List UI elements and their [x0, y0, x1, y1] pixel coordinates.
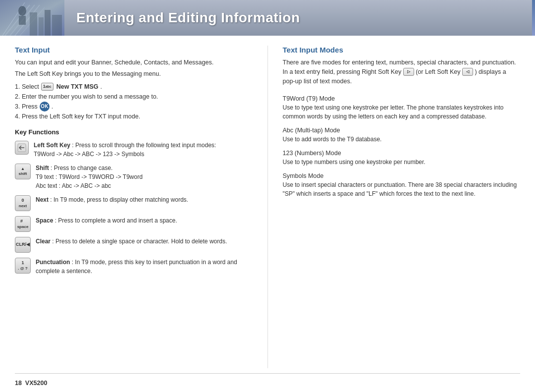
step-2: 2. Enter the number you wish to send a m…	[15, 92, 253, 102]
numbers-mode: 123 (Numbers) Mode Use to type numbers u…	[283, 150, 521, 167]
page-number: 18 VX5200	[15, 380, 47, 387]
key-func-clear-text: Clear : Press to delete a single space o…	[36, 237, 227, 246]
svg-rect-9	[52, 15, 62, 36]
left-section-title: Text Input	[15, 46, 253, 54]
svg-rect-6	[30, 12, 37, 36]
ok-icon: OK	[40, 102, 50, 112]
left-soft-key-ref: ◁	[462, 68, 473, 76]
intro-text-1: You can input and edit your Banner, Sche…	[15, 58, 253, 67]
key-func-shift: ▲shift Shift : Press to change case. T9 …	[15, 164, 253, 190]
next-key-label: Next	[36, 196, 49, 203]
intro-text-2: The Left Soft Key brings you to the Mess…	[15, 69, 253, 79]
left-soft-key-label: Left Soft Key	[34, 142, 70, 149]
t9word-title: T9Word (T9) Mode	[283, 95, 521, 102]
svg-rect-8	[45, 10, 51, 36]
abc-title: Abc (Multi-tap) Mode	[283, 127, 521, 134]
step-3-label: 3. Press	[15, 102, 38, 112]
page-footer: 18 VX5200	[0, 374, 535, 392]
shift-key-icon: ▲shift	[15, 164, 31, 179]
symbols-title: Symbols Mode	[283, 172, 521, 179]
punct-key-label: Punctuation	[36, 259, 70, 266]
t9word-desc: Use to type text using one keystroke per…	[283, 103, 521, 121]
key-func-shift-text: Shift : Press to change case. T9 text : …	[36, 164, 143, 190]
step-1-bold: New TXT MSG	[56, 82, 99, 92]
soft-key-svg	[17, 143, 26, 152]
abc-desc: Use to add words to the T9 database.	[283, 135, 521, 144]
svg-rect-7	[39, 17, 44, 36]
abc-mode: Abc (Multi-tap) Mode Use to add words to…	[283, 127, 521, 144]
punct-key-icon: 1. @ ?	[15, 258, 31, 274]
column-divider	[268, 46, 268, 368]
space-key-icon: # space	[15, 216, 31, 232]
symbols-mode: Symbols Mode Use to insert special chara…	[283, 172, 521, 198]
shift-key-label: Shift	[36, 165, 49, 171]
clear-key-label: Clear	[36, 238, 51, 245]
header-image	[0, 0, 64, 36]
step-1: 1. Select 1abc New TXT MSG.	[15, 82, 253, 92]
step-1-number: 1. Select	[15, 82, 39, 92]
new-txt-msg-icon: 1abc	[41, 83, 54, 91]
next-key-icon: 0next	[15, 195, 31, 211]
numbers-title: 123 (Numbers) Mode	[283, 150, 521, 157]
numbers-desc: Use to type numbers using one keystroke …	[283, 158, 521, 167]
step-3-dot: .	[52, 102, 53, 112]
svg-point-10	[18, 6, 26, 16]
space-key-label: Space	[36, 217, 53, 224]
key-func-punct-text: Punctuation : In T9 mode, press this key…	[36, 258, 253, 276]
right-column: Text Input Modes There are five modes fo…	[283, 46, 521, 368]
key-functions-title: Key Functions	[15, 128, 253, 136]
key-func-punct: 1. @ ? Punctuation : In T9 mode, press t…	[15, 258, 253, 276]
step-4-text: 4. Press the Left Soft key for TXT input…	[15, 112, 140, 121]
key-func-clear: CLR/◀ Clear : Press to delete a single s…	[15, 237, 253, 253]
key-func-left-soft-text: Left Soft Key : Press to scroll through …	[34, 141, 216, 159]
key-func-space: # space Space : Press to complete a word…	[15, 216, 253, 232]
right-section-title: Text Input Modes	[283, 46, 521, 54]
symbols-desc: Use to insert special characters or punc…	[283, 180, 521, 198]
left-column: Text Input You can input and edit your B…	[15, 46, 253, 368]
left-soft-key-icon	[15, 141, 29, 155]
right-soft-key-ref: ▷	[403, 68, 414, 76]
shift-t9-desc: T9 text : T9Word -> T9WORD -> T9word	[36, 173, 143, 180]
key-func-next: 0next Next : In T9 mode, press to displa…	[15, 195, 253, 211]
shift-abc-desc: Abc text : Abc -> ABC -> abc	[36, 182, 111, 189]
header-accent	[532, 0, 535, 36]
clear-key-icon: CLR/◀	[15, 237, 31, 253]
steps-list: 1. Select 1abc New TXT MSG. 2. Enter the…	[15, 82, 253, 121]
key-func-left-soft: Left Soft Key : Press to scroll through …	[15, 141, 253, 159]
t9word-mode: T9Word (T9) Mode Use to type text using …	[283, 95, 521, 121]
left-soft-key-modes: T9Word -> Abc -> ABC -> 123 -> Symbols	[34, 151, 144, 158]
page-header: Entering and Editing Information	[0, 0, 535, 36]
step-2-text: 2. Enter the number you wish to send a m…	[15, 92, 158, 102]
step-3: 3. Press OK .	[15, 102, 253, 112]
key-func-space-text: Space : Press to complete a word and ins…	[36, 216, 177, 225]
svg-rect-11	[19, 16, 26, 25]
step-4: 4. Press the Left Soft key for TXT input…	[15, 112, 253, 121]
main-content: Text Input You can input and edit your B…	[0, 36, 535, 373]
page-title: Entering and Editing Information	[64, 10, 300, 26]
header-decoration-svg	[0, 0, 64, 36]
key-func-next-text: Next : In T9 mode, press to display othe…	[36, 195, 188, 204]
right-intro: There are five modes for entering text, …	[283, 58, 521, 86]
